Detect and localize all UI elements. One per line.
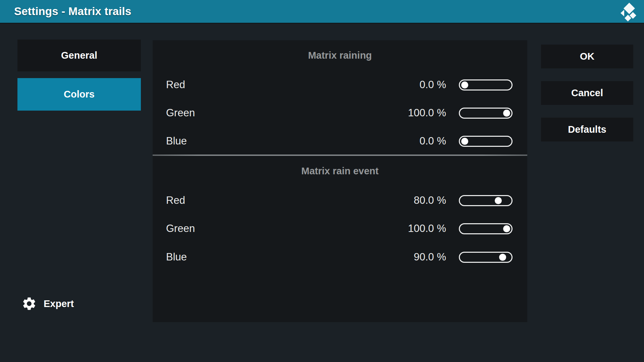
group-header-matrix-rain-event: Matrix rain event	[153, 164, 527, 178]
setting-label: Red	[166, 194, 414, 206]
slider-knob[interactable]	[495, 197, 502, 204]
setting-value: 100.0 %	[408, 223, 446, 235]
settings-panel: Matrix raining Red 0.0 % Green 100.0 % B…	[153, 40, 527, 322]
setting-row-raining-blue[interactable]: Blue 0.0 %	[166, 134, 513, 148]
setting-value: 100.0 %	[408, 107, 446, 119]
window-title: Settings - Matrix trails	[14, 0, 131, 23]
setting-value: 90.0 %	[414, 251, 446, 263]
setting-label: Green	[166, 223, 408, 235]
setting-value: 0.0 %	[420, 135, 446, 147]
setting-label: Blue	[166, 251, 414, 263]
sidebar-item-label: Colors	[64, 89, 95, 100]
setting-value: 0.0 %	[420, 79, 446, 91]
slider-event-red[interactable]	[459, 195, 513, 206]
settings-level-label: Expert	[44, 298, 74, 309]
sidebar-item-colors[interactable]: Colors	[17, 78, 141, 111]
slider-knob[interactable]	[503, 110, 510, 117]
slider-raining-red[interactable]	[459, 79, 513, 90]
slider-knob[interactable]	[461, 81, 468, 88]
setting-row-raining-red[interactable]: Red 0.0 %	[166, 78, 513, 92]
kodi-logo-icon	[620, 3, 637, 21]
setting-row-event-red[interactable]: Red 80.0 %	[166, 193, 513, 207]
slider-knob[interactable]	[461, 138, 468, 145]
group-divider	[153, 155, 527, 156]
gear-icon	[21, 296, 37, 311]
title-bar: Settings - Matrix trails	[0, 0, 644, 23]
setting-label: Green	[166, 107, 408, 119]
setting-label: Red	[166, 79, 420, 91]
sidebar-item-label: General	[61, 50, 97, 61]
ok-button[interactable]: OK	[541, 45, 633, 68]
setting-row-event-green[interactable]: Green 100.0 %	[166, 222, 513, 236]
slider-event-blue[interactable]	[459, 252, 513, 263]
slider-knob[interactable]	[499, 254, 506, 261]
settings-level-toggle[interactable]: Expert	[21, 294, 74, 314]
defaults-button-label: Defaults	[568, 124, 606, 135]
setting-row-event-blue[interactable]: Blue 90.0 %	[166, 250, 513, 264]
slider-knob[interactable]	[503, 225, 510, 232]
slider-event-green[interactable]	[459, 223, 513, 234]
cancel-button[interactable]: Cancel	[541, 81, 633, 105]
slider-raining-green[interactable]	[459, 108, 513, 119]
setting-value: 80.0 %	[414, 194, 446, 206]
cancel-button-label: Cancel	[571, 87, 603, 99]
group-header-matrix-raining: Matrix raining	[153, 49, 527, 62]
slider-raining-blue[interactable]	[459, 136, 513, 147]
defaults-button[interactable]: Defaults	[541, 118, 633, 141]
sidebar-item-general[interactable]: General	[17, 40, 141, 71]
setting-label: Blue	[166, 135, 420, 147]
ok-button-label: OK	[580, 51, 595, 62]
setting-row-raining-green[interactable]: Green 100.0 %	[166, 106, 513, 120]
